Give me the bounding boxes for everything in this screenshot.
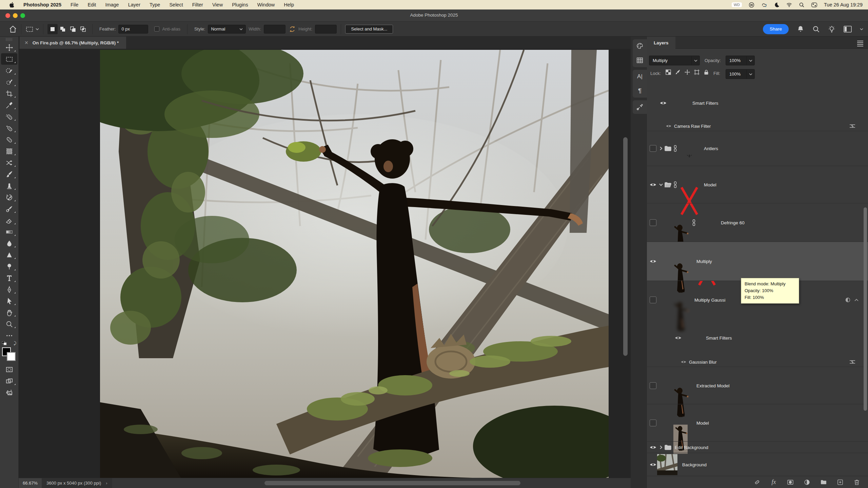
tab-layers[interactable]: Layers bbox=[647, 37, 675, 49]
layer-row-defringe-60[interactable]: Defringe 60 bbox=[647, 203, 868, 242]
focus-moon-icon[interactable] bbox=[774, 2, 780, 8]
generative-expand-button[interactable] bbox=[1, 387, 17, 398]
notifications-bell-icon[interactable] bbox=[797, 25, 804, 33]
collapse-smart-filters-icon[interactable] bbox=[854, 299, 859, 301]
tool-healing-brush[interactable] bbox=[1, 122, 17, 134]
customization-tools-panel-icon[interactable] bbox=[636, 103, 644, 111]
expand-group-icon[interactable] bbox=[659, 147, 663, 150]
search-icon[interactable] bbox=[812, 25, 820, 33]
filter-blend-options-icon[interactable] bbox=[849, 359, 856, 365]
tool-hand[interactable] bbox=[1, 307, 17, 318]
menu-edit[interactable]: Edit bbox=[87, 2, 96, 7]
visibility-eye-icon[interactable] bbox=[650, 259, 656, 264]
visibility-eye-icon[interactable] bbox=[660, 101, 667, 105]
menu-layer[interactable]: Layer bbox=[128, 2, 140, 7]
layer-row-model[interactable]: Model bbox=[647, 404, 868, 441]
lock-position-icon[interactable] bbox=[684, 69, 691, 76]
menu-file[interactable]: File bbox=[71, 2, 78, 7]
spotlight-search-icon[interactable] bbox=[799, 2, 805, 8]
tool-lasso[interactable] bbox=[1, 65, 17, 76]
screen-mode-button[interactable] bbox=[1, 375, 17, 387]
layer-row-smart-filters-top[interactable]: Smart Filters bbox=[647, 85, 868, 121]
lock-transparency-icon[interactable] bbox=[665, 69, 672, 76]
tool-path-selection[interactable] bbox=[1, 295, 17, 307]
layers-list-scrollbar[interactable] bbox=[864, 207, 867, 411]
width-input[interactable] bbox=[264, 25, 285, 34]
character-panel-icon[interactable]: A| bbox=[636, 73, 644, 81]
visibility-checkbox-empty[interactable] bbox=[650, 420, 656, 426]
menu-app-name[interactable]: Photoshop 2025 bbox=[23, 2, 61, 7]
menu-window[interactable]: Window bbox=[257, 2, 275, 7]
tool-dodge[interactable] bbox=[1, 261, 17, 272]
delete-layer-trash-icon[interactable] bbox=[853, 479, 861, 486]
tool-zoom[interactable] bbox=[1, 318, 17, 330]
swap-colors-icon[interactable]: ⤸ bbox=[14, 341, 16, 346]
anti-alias-checkbox[interactable] bbox=[154, 26, 159, 32]
visibility-eye-icon[interactable] bbox=[666, 124, 671, 128]
visibility-checkbox-empty[interactable] bbox=[650, 219, 656, 226]
menu-clock[interactable]: Tue 26 Aug 19:29 bbox=[824, 2, 863, 7]
add-layer-mask-icon[interactable] bbox=[787, 479, 794, 486]
tool-eyedropper[interactable] bbox=[1, 99, 17, 111]
layer-row-antlers-group[interactable]: Antlers bbox=[647, 131, 868, 166]
tool-clone-stamp[interactable] bbox=[1, 180, 17, 191]
edit-toolbar-ellipsis[interactable] bbox=[1, 330, 17, 341]
chevron-down-icon[interactable] bbox=[860, 28, 863, 30]
menu-type[interactable]: Type bbox=[150, 2, 160, 7]
layer-row-multiply-selected[interactable]: Multiply bbox=[647, 242, 868, 281]
swap-width-height-icon[interactable] bbox=[289, 26, 296, 33]
quick-mask-mode-button[interactable] bbox=[1, 364, 17, 375]
menu-plugins[interactable]: Plugins bbox=[232, 2, 248, 7]
default-colors-icon[interactable] bbox=[2, 341, 7, 345]
tool-blur[interactable] bbox=[1, 238, 17, 249]
discover-lightbulb-icon[interactable] bbox=[828, 25, 835, 33]
home-icon[interactable] bbox=[9, 25, 17, 33]
tool-content-aware-move[interactable] bbox=[1, 157, 17, 168]
layer-row-camera-raw-filter[interactable]: Camera Raw Filter bbox=[647, 121, 868, 131]
canvas-horizontal-scrollbar[interactable] bbox=[264, 481, 520, 485]
tool-gradient[interactable] bbox=[1, 226, 17, 238]
tool-crop[interactable] bbox=[1, 88, 17, 99]
layer-row-model-group[interactable]: Model bbox=[647, 166, 868, 203]
visibility-checkbox-empty[interactable] bbox=[650, 382, 656, 389]
tool-sharpen[interactable] bbox=[1, 249, 17, 261]
tool-frame[interactable] bbox=[1, 145, 17, 157]
tool-mixer-brush[interactable] bbox=[1, 203, 17, 215]
background-color-swatch[interactable] bbox=[7, 352, 16, 361]
visibility-checkbox-empty[interactable] bbox=[650, 145, 656, 152]
panel-menu-icon[interactable] bbox=[857, 41, 863, 47]
link-layers-icon[interactable] bbox=[753, 479, 761, 486]
tool-pen[interactable] bbox=[1, 284, 17, 295]
zoom-level-field[interactable]: 66.67% bbox=[19, 478, 42, 488]
layer-row-edit-background-group[interactable]: Edit Background bbox=[647, 441, 868, 453]
height-input[interactable] bbox=[315, 25, 337, 34]
tool-move[interactable] bbox=[1, 42, 17, 53]
visibility-checkbox-empty[interactable] bbox=[650, 297, 656, 303]
menu-help[interactable]: Help bbox=[284, 2, 294, 7]
blend-mode-dropdown[interactable]: Multiply bbox=[649, 56, 700, 65]
lock-pixels-icon[interactable] bbox=[675, 69, 682, 76]
control-center-icon[interactable] bbox=[811, 2, 817, 8]
layer-row-gaussian-blur[interactable]: Gaussian Blur bbox=[647, 357, 868, 367]
subtract-from-selection-mode-button[interactable] bbox=[68, 24, 78, 34]
new-layer-icon[interactable] bbox=[836, 479, 844, 486]
visibility-eye-icon[interactable] bbox=[650, 445, 656, 449]
layer-thumbnail[interactable] bbox=[657, 454, 677, 475]
collapse-group-icon[interactable] bbox=[659, 183, 663, 186]
menu-view[interactable]: View bbox=[212, 2, 223, 7]
layer-row-smart-filters-nested[interactable]: Smart Filters bbox=[647, 319, 868, 357]
swatches-panel-icon[interactable] bbox=[636, 56, 644, 64]
visibility-eye-icon[interactable] bbox=[675, 336, 682, 340]
paragraph-panel-icon[interactable]: ¶ bbox=[636, 87, 644, 95]
visibility-eye-icon[interactable] bbox=[650, 462, 656, 467]
canvas-vertical-scrollbar[interactable] bbox=[623, 137, 628, 356]
menu-select[interactable]: Select bbox=[169, 2, 183, 7]
status-expand-icon[interactable]: › bbox=[106, 481, 107, 486]
tool-rectangular-marquee[interactable] bbox=[1, 53, 17, 65]
opacity-field[interactable]: 100% bbox=[726, 56, 755, 65]
adjustment-layer-icon[interactable] bbox=[803, 479, 811, 486]
fill-field[interactable]: 100% bbox=[726, 69, 755, 79]
workspace-switcher-icon[interactable] bbox=[844, 26, 852, 33]
smart-filter-indicator-icon[interactable] bbox=[845, 297, 850, 302]
wifi-icon[interactable] bbox=[786, 2, 792, 8]
